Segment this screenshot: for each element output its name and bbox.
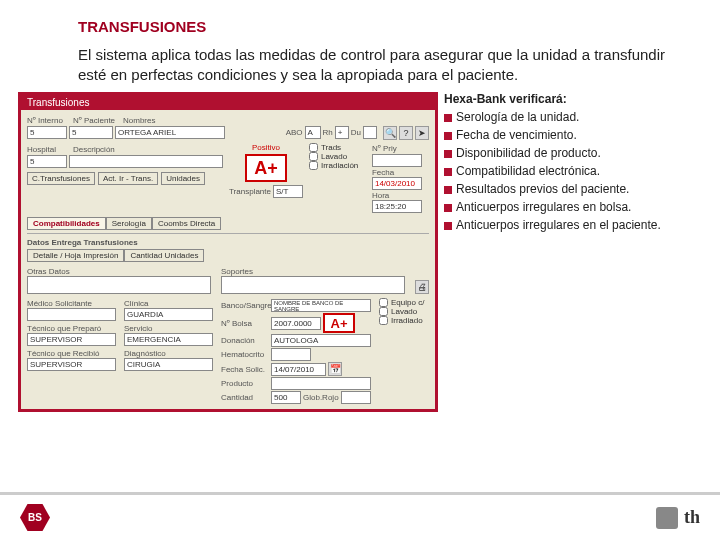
lbl-banco: Banco/Sangre [221, 301, 269, 310]
lbl-descripcion: Descripción [73, 145, 115, 154]
lbl-chk-equipo: Equipo c/ [391, 298, 424, 307]
printer-icon[interactable]: 🖨 [415, 280, 429, 294]
lbl-tecrec: Técnico que Recibió [27, 349, 99, 358]
input-soportes[interactable] [221, 276, 405, 294]
input-banco[interactable]: NOMBRE DE BANCO DE SANGRE [271, 299, 371, 312]
side-item-4: Compatibilidad electrónica. [456, 164, 600, 178]
lbl-cantidad: Cantidad [221, 393, 269, 402]
side-item-1: Serología de la unidad. [456, 110, 579, 124]
lbl-servicio: Servicio [124, 324, 152, 333]
bullet-icon [444, 168, 452, 176]
tab-compat[interactable]: Compatibilidades [27, 217, 106, 230]
lbl-soportes: Soportes [221, 267, 253, 276]
input-paciente[interactable]: 5 [69, 126, 113, 139]
lbl-transplante: Transplante [229, 187, 271, 196]
lbl-donacion: Donación [221, 336, 269, 345]
input-descripcion[interactable] [69, 155, 223, 168]
input-du[interactable] [363, 126, 377, 139]
chk-irrad2[interactable] [379, 316, 388, 325]
lbl-chk-lavado: Lavado [321, 152, 347, 161]
lbl-du: Du [351, 128, 361, 137]
lbl-abo: ABO [286, 128, 303, 137]
next-icon[interactable]: ➤ [415, 126, 429, 140]
section-header: Datos Entrega Transfusiones [27, 238, 138, 247]
page-description: El sistema aplica todas las medidas de c… [78, 45, 682, 84]
chk-lavado2[interactable] [379, 307, 388, 316]
input-nombre[interactable]: ORTEGA ARIEL [115, 126, 225, 139]
input-abo[interactable]: A [305, 126, 321, 139]
input-hemat[interactable] [271, 348, 311, 361]
input-fecha[interactable]: 14/03/2010 [372, 177, 422, 190]
input-diag[interactable]: CIRUGIA [124, 358, 213, 371]
subtab-cantidad[interactable]: Cantidad Unidades [124, 249, 204, 262]
toolbar-icons: 🔍 ? ➤ [383, 126, 429, 140]
lbl-positivo: Positivo [252, 143, 280, 152]
bullet-icon [444, 222, 452, 230]
btn-acttrans[interactable]: Act. Ir - Trans. [98, 172, 158, 185]
footer: BS th [0, 492, 720, 540]
input-interno[interactable]: 5 [27, 126, 67, 139]
side-panel: Hexa-Bank verificará: Serología de la un… [444, 92, 702, 412]
help-icon[interactable]: ? [399, 126, 413, 140]
chk-irrad[interactable] [309, 161, 318, 170]
chk-equipo[interactable] [379, 298, 388, 307]
lbl-hospital: Hospital [27, 145, 56, 154]
input-donacion[interactable]: AUTOLOGA [271, 334, 371, 347]
lbl-hemat: Hematocrito [221, 350, 269, 359]
input-servicio[interactable]: EMERGENCIA [124, 333, 213, 346]
subtab-detalle[interactable]: Detalle / Hoja Impresión [27, 249, 124, 262]
input-globrojo[interactable] [341, 391, 371, 404]
input-cantidad[interactable]: 500 [271, 391, 301, 404]
blood-type-main: A+ [245, 154, 287, 182]
square-icon [656, 507, 678, 529]
side-item-3: Disponibilidad de producto. [456, 146, 601, 160]
btn-ctrans[interactable]: C.Transfusiones [27, 172, 95, 185]
th-text: th [684, 507, 700, 528]
chk-trads[interactable] [309, 143, 318, 152]
calendar-icon[interactable]: 📅 [328, 362, 342, 376]
blood-type-bolsa: A+ [323, 313, 355, 333]
tabs-main: Compatibilidades Serología Coombs Direct… [27, 217, 429, 230]
lbl-nombre: Nombres [123, 116, 155, 125]
lbl-rh: Rh [323, 128, 333, 137]
side-item-7: Anticuerpos irregulares en el paciente. [456, 218, 661, 232]
input-clinica[interactable]: GUARDIA [124, 308, 213, 321]
input-transplante[interactable]: S/T [273, 185, 303, 198]
lbl-prity: Nº Priy [372, 144, 397, 153]
tab-coombs[interactable]: Coombs Directa [152, 217, 221, 230]
lbl-medico: Médico Solicitante [27, 299, 92, 308]
side-item-2: Fecha de vencimiento. [456, 128, 577, 142]
lbl-chk-trads: Trads [321, 143, 341, 152]
lbl-diag: Diagnóstico [124, 349, 166, 358]
lbl-chk-irrad2: Irradiado [391, 316, 423, 325]
input-producto[interactable] [271, 377, 371, 390]
hexagon-logo-icon: BS [20, 503, 50, 533]
input-bolsa[interactable]: 2007.0000 [271, 317, 321, 330]
bullet-icon [444, 114, 452, 122]
chk-lavado[interactable] [309, 152, 318, 161]
input-rh[interactable]: + [335, 126, 349, 139]
input-hora[interactable]: 18:25:20 [372, 200, 422, 213]
input-fechasol[interactable]: 14/07/2010 [271, 363, 326, 376]
bullet-icon [444, 150, 452, 158]
page-title: TRANSFUSIONES [78, 18, 702, 35]
search-icon[interactable]: 🔍 [383, 126, 397, 140]
input-prity[interactable] [372, 154, 422, 167]
lbl-interno: Nº Interno [27, 116, 63, 125]
lbl-chk-irrad: Irradiación [321, 161, 358, 170]
input-medico[interactable] [27, 308, 116, 321]
side-item-5: Resultados previos del paciente. [456, 182, 629, 196]
bullet-icon [444, 132, 452, 140]
input-hospital[interactable]: 5 [27, 155, 67, 168]
side-heading: Hexa-Bank verificará: [444, 92, 702, 106]
input-tecprep[interactable]: SUPERVISOR [27, 333, 116, 346]
logo-right: th [656, 507, 700, 529]
window-title: Transfusiones [21, 95, 435, 110]
tab-serologia[interactable]: Serología [106, 217, 152, 230]
input-tecrec[interactable]: SUPERVISOR [27, 358, 116, 371]
btn-unidades[interactable]: Unidades [161, 172, 205, 185]
bullet-icon [444, 204, 452, 212]
lbl-globrojo: Glob.Rojo [303, 393, 339, 402]
app-window: Transfusiones Nº Interno Nº Paciente Nom… [18, 92, 438, 412]
input-otras[interactable] [27, 276, 211, 294]
